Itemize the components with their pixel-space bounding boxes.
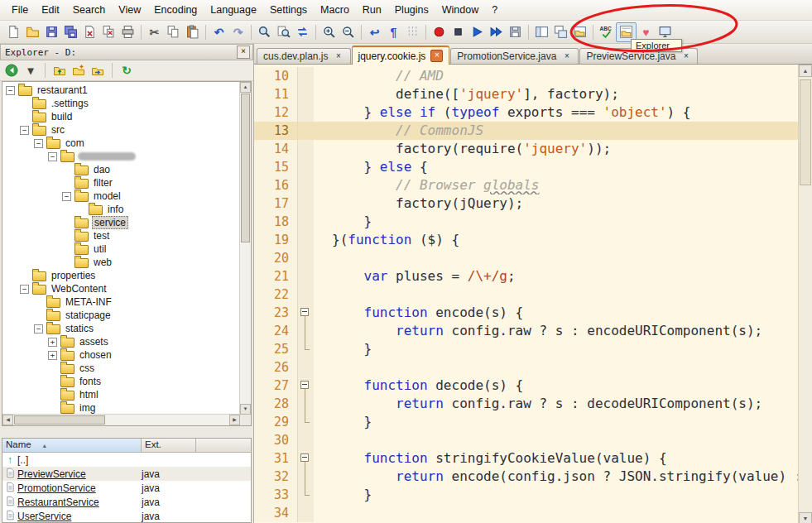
menu-item-edit[interactable]: Edit: [35, 2, 66, 18]
scrollbar-thumb[interactable]: [14, 415, 105, 425]
menu-item-plugins[interactable]: Plugins: [388, 2, 435, 18]
tab-close-icon[interactable]: ×: [430, 50, 443, 62]
scrollbar-thumb[interactable]: [241, 94, 250, 242]
fold-collapse-icon[interactable]: [300, 308, 309, 316]
collapse-icon[interactable]: −: [20, 126, 29, 135]
tree-item-com[interactable]: −com: [2, 137, 240, 150]
tree-item-chosen[interactable]: +chosen: [2, 348, 240, 362]
tree-item-dao[interactable]: dao: [2, 163, 240, 176]
tab-cus.dev.plan.js[interactable]: cus.dev.plan.js×: [257, 48, 351, 64]
tab-close-icon[interactable]: ×: [561, 51, 572, 62]
column-header-name[interactable]: Name▴: [2, 439, 142, 453]
copy-icon[interactable]: [164, 23, 183, 41]
play-macro-icon[interactable]: [468, 23, 487, 41]
tree-item-META-INF[interactable]: META-INF: [2, 295, 240, 309]
stop-macro-icon[interactable]: [449, 23, 468, 41]
scroll-right-icon[interactable]: [229, 415, 240, 425]
file-row-PreviewService[interactable]: PreviewServicejava: [2, 467, 251, 481]
scroll-up-icon[interactable]: [799, 65, 812, 77]
tree-view[interactable]: −restaurant1.settingsbuild−src−com−daofi…: [2, 82, 240, 415]
refresh-icon[interactable]: ↻: [118, 62, 135, 79]
new-folder-icon[interactable]: [70, 62, 87, 79]
file-row-UserService[interactable]: UserServicejava: [2, 509, 251, 523]
open-file-icon[interactable]: [23, 23, 42, 41]
spell-check-icon[interactable]: ABC: [597, 23, 616, 41]
menu-item-window[interactable]: Window: [435, 2, 485, 18]
find-in-files-icon[interactable]: [274, 23, 293, 41]
tree-item-properties[interactable]: properties: [2, 269, 240, 282]
tree-horizontal-scrollbar[interactable]: [2, 414, 240, 425]
run-macro-multiple-icon[interactable]: [487, 23, 506, 41]
find-icon[interactable]: [255, 23, 274, 41]
save-macro-icon[interactable]: [506, 23, 525, 41]
redo-icon[interactable]: ↷: [228, 23, 247, 41]
tree-item-util[interactable]: util: [2, 242, 240, 256]
tree-item-html[interactable]: html: [2, 388, 240, 401]
tab-PromotionService.java[interactable]: PromotionService.java×: [450, 48, 579, 64]
tree-item-model[interactable]: −model: [2, 190, 240, 203]
history-dropdown-icon[interactable]: ▾: [22, 62, 39, 79]
scroll-down-icon[interactable]: [240, 404, 251, 415]
tree-item-restaurant1[interactable]: −restaurant1: [2, 84, 240, 97]
tab-close-icon[interactable]: ×: [334, 51, 344, 62]
scroll-left-icon[interactable]: [2, 415, 13, 425]
show-all-chars-icon[interactable]: ¶: [384, 23, 403, 41]
code-area[interactable]: 10 // AMD11 define(['jquery'], factory);…: [254, 67, 799, 523]
file-row-[interactable]: ↑[..]: [2, 453, 251, 467]
tree-item-img[interactable]: img: [2, 401, 240, 415]
new-file-icon[interactable]: [4, 23, 23, 41]
back-icon[interactable]: [3, 62, 20, 79]
scroll-up-icon[interactable]: [240, 82, 251, 93]
replace-icon[interactable]: [293, 23, 312, 41]
undo-icon[interactable]: ↶: [209, 23, 228, 41]
menu-item-view[interactable]: View: [112, 2, 147, 18]
tree-item-statics[interactable]: −statics: [2, 322, 240, 335]
collapse-icon[interactable]: −: [34, 139, 43, 148]
column-header-ext[interactable]: Ext.: [142, 439, 196, 453]
expand-icon[interactable]: +: [48, 338, 57, 347]
scrollbar-thumb[interactable]: [800, 79, 811, 185]
file-browser-icon[interactable]: [570, 23, 589, 41]
collapse-icon[interactable]: −: [48, 152, 57, 161]
tab-jquery.cookie.js[interactable]: jquery.cookie.js×: [352, 46, 450, 65]
scroll-down-icon[interactable]: [799, 512, 812, 523]
expand-icon[interactable]: +: [48, 351, 57, 360]
editor-scrollbar[interactable]: [798, 65, 812, 523]
tree-item-test[interactable]: test: [2, 229, 240, 242]
file-row-PromotionService[interactable]: PromotionServicejava: [2, 481, 251, 495]
collapse-icon[interactable]: −: [20, 285, 29, 294]
paste-icon[interactable]: [183, 23, 202, 41]
cut-icon[interactable]: ✂: [145, 23, 164, 41]
close-all-icon[interactable]: [99, 23, 118, 41]
menu-item-run[interactable]: Run: [356, 2, 388, 18]
menu-item-file[interactable]: File: [5, 2, 35, 18]
panel-splitter[interactable]: [0, 426, 253, 438]
tree-item-redacted[interactable]: −: [2, 150, 240, 163]
collapse-icon[interactable]: −: [62, 192, 71, 201]
tree-item-info[interactable]: info: [2, 203, 240, 216]
doc-switcher-icon[interactable]: [532, 23, 551, 41]
save-icon[interactable]: [42, 23, 61, 41]
menu-item-settings[interactable]: Settings: [263, 2, 314, 18]
tree-item-filter[interactable]: filter: [2, 176, 240, 190]
tree-item-assets[interactable]: +assets: [2, 335, 240, 348]
print-icon[interactable]: [118, 23, 137, 41]
menu-item-search[interactable]: Search: [66, 2, 113, 18]
zoom-out-icon[interactable]: [339, 23, 358, 41]
zoom-in-icon[interactable]: [320, 23, 339, 41]
fold-collapse-icon[interactable]: [300, 381, 309, 389]
menu-item-language[interactable]: Language: [204, 2, 263, 18]
indent-guide-icon[interactable]: [403, 23, 422, 41]
collapse-icon[interactable]: −: [34, 324, 43, 333]
tree-item-web[interactable]: web: [2, 256, 240, 269]
tree-item-WebContent[interactable]: −WebContent: [2, 282, 240, 295]
tree-item-build[interactable]: build: [2, 110, 240, 123]
clone-view-icon[interactable]: [551, 23, 570, 41]
file-row-RestaurantService[interactable]: RestaurantServicejava: [2, 495, 251, 509]
editor[interactable]: 10 // AMD11 define(['jquery'], factory);…: [254, 65, 812, 523]
word-wrap-icon[interactable]: ↩: [365, 23, 384, 41]
fold-collapse-icon[interactable]: [300, 453, 309, 462]
tree-item-.settings[interactable]: .settings: [2, 97, 240, 110]
menu-item-help[interactable]: ?: [485, 2, 504, 18]
menu-item-macro[interactable]: Macro: [314, 2, 356, 18]
